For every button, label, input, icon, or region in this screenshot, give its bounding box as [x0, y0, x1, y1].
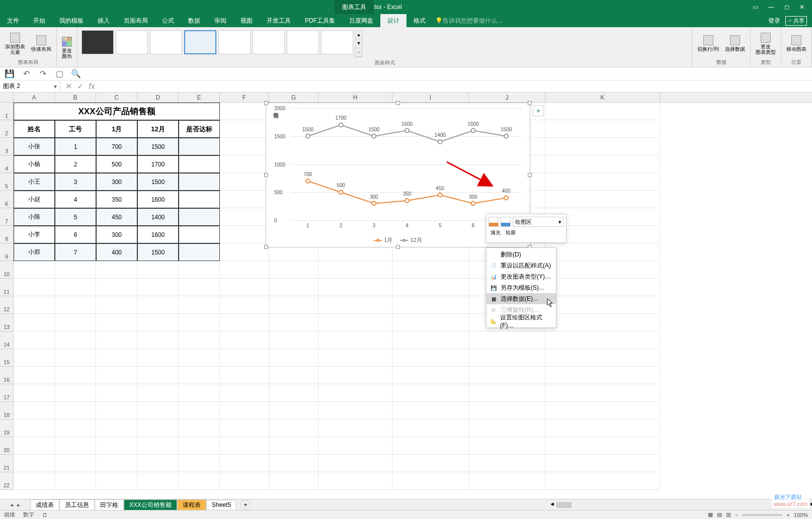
gallery-more[interactable]: ⎓	[356, 48, 362, 57]
cell[interactable]	[469, 402, 545, 419]
cell[interactable]	[318, 261, 392, 279]
cell[interactable]	[179, 419, 220, 437]
cell[interactable]: 小郑	[14, 243, 55, 261]
row-header[interactable]: 12	[0, 296, 14, 314]
cell[interactable]	[220, 349, 269, 367]
col-header-G[interactable]: G	[269, 93, 318, 102]
row-header[interactable]: 13	[0, 314, 14, 331]
resize-handle[interactable]	[528, 101, 532, 105]
cell[interactable]	[96, 472, 137, 490]
scrollbar-thumb[interactable]	[556, 502, 572, 508]
cell[interactable]	[137, 402, 179, 419]
cell[interactable]: 700	[96, 138, 137, 155]
cell[interactable]	[220, 261, 269, 279]
chart-style-3[interactable]	[150, 30, 182, 54]
cell[interactable]	[318, 314, 392, 331]
view-pagebreak-icon[interactable]: ▥	[726, 511, 731, 518]
cell[interactable]	[545, 138, 660, 155]
cell[interactable]	[179, 155, 220, 173]
cell[interactable]	[14, 296, 55, 314]
cell[interactable]	[55, 437, 96, 455]
change-chart-type-button[interactable]: 更改 图表类型	[754, 32, 778, 56]
cell[interactable]	[179, 226, 220, 243]
sheet-tab-active[interactable]: XXX公司销售额	[124, 499, 177, 510]
zoom-out-button[interactable]: −	[735, 512, 738, 518]
cell[interactable]	[545, 349, 660, 367]
select-data-button[interactable]: 选择数据	[723, 34, 747, 53]
cell[interactable]	[55, 472, 96, 490]
cell[interactable]	[220, 191, 269, 208]
cell[interactable]: 4	[55, 191, 96, 208]
legend-item[interactable]: 12月	[400, 236, 422, 244]
cell[interactable]	[392, 472, 469, 490]
cell[interactable]: 300	[96, 173, 137, 191]
cell[interactable]	[545, 155, 660, 173]
cell[interactable]	[545, 279, 660, 296]
col-header-K[interactable]: K	[545, 93, 660, 102]
cell[interactable]	[469, 349, 545, 367]
gallery-scroll-down[interactable]: ▼	[356, 39, 362, 48]
row-header[interactable]: 21	[0, 455, 14, 472]
cell[interactable]	[179, 296, 220, 314]
cell[interactable]	[392, 279, 469, 296]
sheet-nav-first-icon[interactable]: ◂	[10, 501, 13, 508]
sheet-tab[interactable]: 成绩表	[30, 499, 59, 510]
cell[interactable]: 小赵	[14, 191, 55, 208]
cell[interactable]: 小王	[14, 173, 55, 191]
cell[interactable]	[220, 384, 269, 402]
sheet-tab[interactable]: Sheet5	[206, 500, 236, 509]
cell[interactable]: 姓名	[14, 120, 55, 138]
cell[interactable]	[96, 455, 137, 472]
cell[interactable]	[545, 367, 660, 384]
cell[interactable]: 6	[55, 226, 96, 243]
tab-design[interactable]: 设计	[380, 14, 407, 27]
cell[interactable]	[96, 279, 137, 296]
resize-handle[interactable]	[264, 101, 268, 105]
cell[interactable]	[220, 138, 269, 155]
worksheet[interactable]: A B C D E F G H I J K 1XXX公司产品销售额2姓名工号1月…	[0, 93, 812, 514]
chart-style-1[interactable]	[82, 30, 114, 54]
cell[interactable]	[318, 331, 392, 349]
cell[interactable]	[14, 331, 55, 349]
cell[interactable]	[96, 367, 137, 384]
cell[interactable]: 450	[96, 208, 137, 226]
cell[interactable]: 1月	[96, 120, 137, 138]
status-accessibility-icon[interactable]: 🗒	[42, 512, 48, 518]
cell[interactable]: 1500	[137, 173, 179, 191]
chart-plot-area[interactable]: 0500100015002000123456770050030035045030…	[291, 108, 522, 219]
resize-handle[interactable]	[264, 245, 268, 249]
cell[interactable]: 5	[55, 208, 96, 226]
cell[interactable]	[137, 349, 179, 367]
share-button[interactable]: ♂ 共享	[785, 16, 807, 26]
zoom-in-button[interactable]: +	[786, 512, 789, 518]
row-header[interactable]: 4	[0, 155, 14, 173]
cell[interactable]	[96, 437, 137, 455]
outline-icon[interactable]	[501, 217, 511, 227]
sheet-tab[interactable]: 田字格	[95, 499, 124, 510]
cell[interactable]	[179, 173, 220, 191]
cell[interactable]	[55, 349, 96, 367]
switch-row-col-button[interactable]: 切换行/列	[695, 34, 721, 53]
cell[interactable]	[179, 138, 220, 155]
cell[interactable]	[545, 472, 660, 490]
cell[interactable]	[179, 243, 220, 261]
chart-style-2[interactable]	[116, 30, 148, 54]
cell[interactable]	[318, 419, 392, 437]
ctx-change-chart-type[interactable]: 📊更改图表类型(Y)…	[486, 271, 556, 282]
cell[interactable]	[179, 314, 220, 331]
cell[interactable]	[318, 455, 392, 472]
cell[interactable]	[179, 208, 220, 226]
cell[interactable]	[469, 437, 545, 455]
fx-icon[interactable]: fx	[89, 82, 95, 91]
cell[interactable]	[392, 384, 469, 402]
cell[interactable]	[545, 437, 660, 455]
row-header[interactable]: 17	[0, 384, 14, 402]
ctx-reset-style[interactable]: 📄重设以匹配样式(A)	[486, 260, 556, 271]
cell[interactable]	[269, 261, 318, 279]
cell[interactable]	[318, 437, 392, 455]
row-header[interactable]: 2	[0, 120, 14, 138]
cell[interactable]: 400	[96, 243, 137, 261]
view-normal-icon[interactable]: ▦	[708, 511, 713, 518]
cell[interactable]	[14, 349, 55, 367]
tab-review[interactable]: 审阅	[207, 14, 233, 27]
